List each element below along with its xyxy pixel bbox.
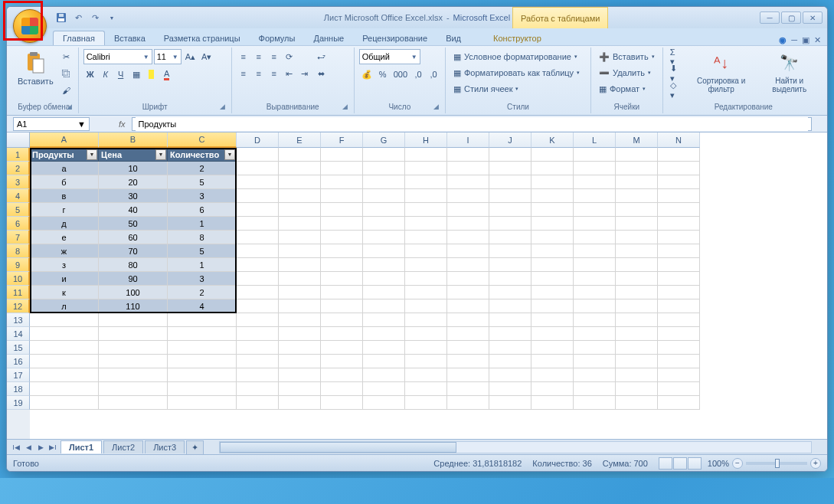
border-icon[interactable]: ▦ [129,67,143,82]
cell-E6[interactable] [279,217,321,231]
cell-E11[interactable] [279,286,321,299]
cell-H11[interactable] [405,286,447,299]
column-header-D[interactable]: D [237,133,279,148]
cell-A6[interactable]: д [30,217,99,231]
cell-M12[interactable] [616,299,658,313]
cell-N17[interactable] [658,368,700,382]
column-header-A[interactable]: A [30,133,99,148]
cell-C14[interactable] [168,327,237,341]
cell-M19[interactable] [616,396,658,410]
cell-K11[interactable] [531,286,574,299]
cell-I16[interactable] [447,355,489,368]
cell-M14[interactable] [616,327,658,341]
row-header-19[interactable]: 19 [7,396,30,410]
currency-icon[interactable]: 💰 [359,67,374,82]
fill-color-icon[interactable] [145,67,159,82]
cell-H13[interactable] [405,313,447,327]
row-header-14[interactable]: 14 [7,327,30,341]
cell-H4[interactable] [405,189,447,203]
column-header-C[interactable]: C [168,133,237,148]
underline-icon[interactable]: Ч [114,67,128,82]
zoom-thumb[interactable] [775,459,780,468]
cell-A15[interactable] [30,341,99,355]
cell-F2[interactable] [321,162,363,175]
align-middle-icon[interactable]: ≡ [252,49,266,64]
cell-G6[interactable] [363,217,405,231]
clear-icon[interactable]: ◇ ▾ [668,83,683,98]
cell-B16[interactable] [99,355,168,368]
cell-A2[interactable]: а [30,162,99,175]
cell-styles-button[interactable]: ▦Стили ячеек▾ [450,81,522,97]
next-sheet-icon[interactable]: ▶ [34,441,47,453]
cell-E7[interactable] [279,231,321,244]
qat-dropdown-icon[interactable]: ▼ [105,11,119,25]
cell-F4[interactable] [321,189,363,203]
row-header-12[interactable]: 12 [7,299,30,313]
cell-D18[interactable] [237,382,279,396]
cell-C6[interactable]: 1 [168,217,237,231]
cell-E2[interactable] [279,162,321,175]
doc-close-icon[interactable]: ✕ [814,35,821,45]
cell-N7[interactable] [658,231,700,244]
cell-H16[interactable] [405,355,447,368]
cell-J7[interactable] [489,231,531,244]
column-header-G[interactable]: G [363,133,405,148]
column-header-N[interactable]: N [658,133,700,148]
cell-I7[interactable] [447,231,489,244]
cell-I3[interactable] [447,175,489,189]
cell-H10[interactable] [405,272,447,286]
cell-K9[interactable] [531,258,574,272]
cell-G19[interactable] [363,396,405,410]
cell-M2[interactable] [616,162,658,175]
cell-G4[interactable] [363,189,405,203]
cell-H17[interactable] [405,368,447,382]
sheet-tab-2[interactable]: Лист2 [103,440,143,453]
cell-D8[interactable] [237,244,279,258]
cell-B2[interactable]: 10 [99,162,168,175]
cell-L2[interactable] [574,162,616,175]
cell-N2[interactable] [658,162,700,175]
undo-icon[interactable]: ↶ [71,11,85,25]
cell-J15[interactable] [489,341,531,355]
select-all-corner[interactable] [7,133,30,148]
cell-F3[interactable] [321,175,363,189]
italic-icon[interactable]: К [99,67,113,82]
cell-K12[interactable] [531,299,574,313]
maximize-button[interactable]: ▢ [781,11,801,24]
inc-decimal-icon[interactable]: ,0 [411,67,425,82]
cell-E10[interactable] [279,272,321,286]
row-header-11[interactable]: 11 [7,286,30,299]
cell-B6[interactable]: 50 [99,217,168,231]
cell-B11[interactable]: 100 [99,286,168,299]
cell-K3[interactable] [531,175,574,189]
cell-G14[interactable] [363,327,405,341]
shrink-font-icon[interactable]: A▾ [199,49,214,64]
row-header-4[interactable]: 4 [7,189,30,203]
cell-D1[interactable] [237,148,279,162]
cell-E1[interactable] [279,148,321,162]
cell-E13[interactable] [279,313,321,327]
row-header-7[interactable]: 7 [7,231,30,244]
cell-H19[interactable] [405,396,447,410]
cell-G18[interactable] [363,382,405,396]
clipboard-launcher-icon[interactable]: ◢ [67,103,76,112]
cell-K1[interactable] [531,148,574,162]
cell-I14[interactable] [447,327,489,341]
cell-A3[interactable]: б [30,175,99,189]
cell-N12[interactable] [658,299,700,313]
cell-H1[interactable] [405,148,447,162]
cell-I11[interactable] [447,286,489,299]
cell-L17[interactable] [574,368,616,382]
align-top-icon[interactable]: ≡ [237,49,250,64]
row-header-1[interactable]: 1 [7,148,30,162]
tab-view[interactable]: Вид [437,31,470,45]
help-icon[interactable]: ◉ [779,35,787,45]
cell-A14[interactable] [30,327,99,341]
zoom-out-button[interactable]: − [732,458,743,469]
cell-B9[interactable]: 80 [99,258,168,272]
cell-F16[interactable] [321,355,363,368]
cell-D5[interactable] [237,203,279,217]
cell-F12[interactable] [321,299,363,313]
cell-L8[interactable] [574,244,616,258]
prev-sheet-icon[interactable]: ◀ [22,441,34,453]
